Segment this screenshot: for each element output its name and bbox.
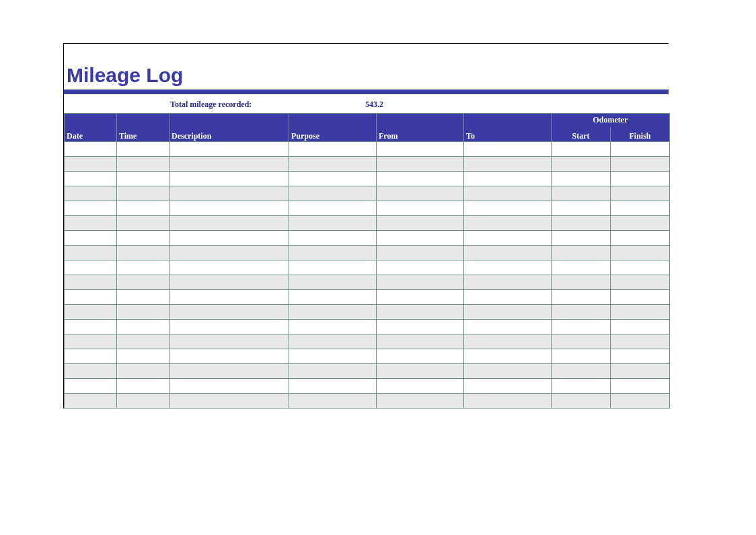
cell-start[interactable] [552,334,611,349]
cell-from[interactable] [377,260,464,275]
cell-from[interactable] [377,290,464,305]
cell-description[interactable] [169,231,289,246]
cell-date[interactable] [65,305,117,320]
cell-time[interactable] [117,216,169,231]
cell-description[interactable] [169,275,289,290]
cell-start[interactable] [552,290,611,305]
cell-to[interactable] [464,364,552,379]
cell-date[interactable] [65,260,117,275]
cell-to[interactable] [464,320,552,334]
cell-purpose[interactable] [289,379,377,394]
cell-start[interactable] [552,172,611,186]
cell-finish[interactable] [611,260,670,275]
cell-purpose[interactable] [289,364,377,379]
cell-start[interactable] [552,364,611,379]
cell-finish[interactable] [611,201,670,216]
cell-from[interactable] [377,142,464,157]
cell-time[interactable] [117,186,169,201]
cell-time[interactable] [117,142,169,157]
cell-time[interactable] [117,260,169,275]
cell-to[interactable] [464,246,552,260]
cell-description[interactable] [169,320,289,334]
cell-date[interactable] [65,231,117,246]
cell-from[interactable] [377,201,464,216]
cell-description[interactable] [169,172,289,186]
cell-from[interactable] [377,275,464,290]
cell-description[interactable] [169,186,289,201]
cell-finish[interactable] [611,186,670,201]
cell-from[interactable] [377,186,464,201]
cell-purpose[interactable] [289,334,377,349]
cell-purpose[interactable] [289,216,377,231]
cell-start[interactable] [552,394,611,408]
cell-start[interactable] [552,142,611,157]
cell-start[interactable] [552,320,611,334]
cell-to[interactable] [464,394,552,408]
cell-to[interactable] [464,216,552,231]
cell-date[interactable] [65,349,117,364]
cell-to[interactable] [464,142,552,157]
cell-finish[interactable] [611,379,670,394]
cell-date[interactable] [65,216,117,231]
cell-date[interactable] [65,186,117,201]
cell-to[interactable] [464,290,552,305]
cell-time[interactable] [117,320,169,334]
cell-purpose[interactable] [289,246,377,260]
cell-finish[interactable] [611,290,670,305]
cell-date[interactable] [65,364,117,379]
cell-start[interactable] [552,275,611,290]
cell-description[interactable] [169,334,289,349]
cell-description[interactable] [169,157,289,172]
cell-to[interactable] [464,260,552,275]
cell-finish[interactable] [611,305,670,320]
cell-start[interactable] [552,260,611,275]
cell-purpose[interactable] [289,275,377,290]
cell-to[interactable] [464,201,552,216]
cell-date[interactable] [65,320,117,334]
cell-purpose[interactable] [289,305,377,320]
cell-date[interactable] [65,157,117,172]
cell-start[interactable] [552,157,611,172]
cell-time[interactable] [117,349,169,364]
cell-purpose[interactable] [289,260,377,275]
cell-purpose[interactable] [289,290,377,305]
cell-start[interactable] [552,379,611,394]
cell-to[interactable] [464,186,552,201]
cell-date[interactable] [65,394,117,408]
cell-time[interactable] [117,246,169,260]
cell-time[interactable] [117,231,169,246]
cell-description[interactable] [169,246,289,260]
cell-finish[interactable] [611,231,670,246]
cell-finish[interactable] [611,157,670,172]
cell-purpose[interactable] [289,142,377,157]
cell-finish[interactable] [611,364,670,379]
cell-start[interactable] [552,231,611,246]
cell-from[interactable] [377,394,464,408]
cell-date[interactable] [65,142,117,157]
cell-start[interactable] [552,186,611,201]
cell-time[interactable] [117,201,169,216]
cell-time[interactable] [117,394,169,408]
cell-date[interactable] [65,379,117,394]
cell-from[interactable] [377,320,464,334]
cell-purpose[interactable] [289,201,377,216]
cell-purpose[interactable] [289,157,377,172]
cell-from[interactable] [377,379,464,394]
cell-description[interactable] [169,260,289,275]
cell-time[interactable] [117,172,169,186]
cell-description[interactable] [169,142,289,157]
cell-description[interactable] [169,290,289,305]
cell-finish[interactable] [611,246,670,260]
cell-to[interactable] [464,349,552,364]
cell-from[interactable] [377,334,464,349]
cell-finish[interactable] [611,349,670,364]
cell-description[interactable] [169,216,289,231]
cell-finish[interactable] [611,275,670,290]
cell-time[interactable] [117,305,169,320]
cell-date[interactable] [65,172,117,186]
cell-time[interactable] [117,379,169,394]
cell-description[interactable] [169,201,289,216]
cell-description[interactable] [169,394,289,408]
cell-from[interactable] [377,172,464,186]
cell-time[interactable] [117,364,169,379]
